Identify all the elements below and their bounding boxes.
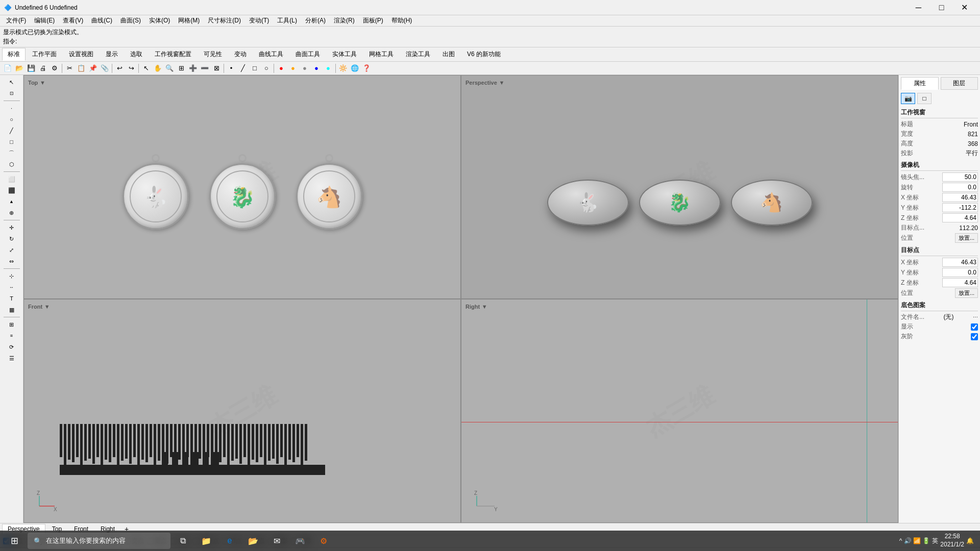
move-tool[interactable]: ✛	[3, 222, 21, 233]
solid-tool[interactable]: ⬛	[3, 185, 21, 195]
menu-help[interactable]: 帮助(H)	[387, 15, 416, 26]
help-icon[interactable]: ❓	[361, 63, 372, 74]
draw-point[interactable]: ·	[3, 103, 21, 113]
rp-bg-gray-checkbox[interactable]	[971, 333, 978, 340]
tab-curvetools[interactable]: 曲线工具	[253, 48, 289, 61]
render2-icon[interactable]: 🌐	[349, 63, 360, 74]
zoomall-icon[interactable]: ⊠	[211, 63, 222, 74]
hatch-tool[interactable]: ▦	[3, 305, 21, 315]
render1-icon[interactable]: 🔆	[337, 63, 349, 74]
select-icon[interactable]: ↖	[140, 63, 152, 74]
maximize-button[interactable]: □	[930, 0, 953, 15]
folder-button[interactable]: 📂	[242, 532, 264, 550]
tab-workplane[interactable]: 工作平面	[27, 48, 62, 61]
rect-icon[interactable]: □	[249, 63, 260, 74]
viewport-right[interactable]: 杰三维 Right ▼ Z Y	[461, 299, 898, 523]
rp-bg-show-checkbox[interactable]	[971, 323, 978, 331]
save-icon[interactable]: 💾	[26, 63, 37, 74]
viewport-top[interactable]: 杰三维 Top ▼ 🐇	[23, 75, 461, 299]
command-input[interactable]	[19, 37, 121, 45]
rp-tgt-z-input[interactable]	[942, 278, 978, 287]
rp-cam-z-input[interactable]	[942, 213, 978, 222]
viewport-front[interactable]: 杰三维 Front ▼	[23, 299, 461, 523]
boolean-tool[interactable]: ⊕	[3, 208, 21, 218]
close-button[interactable]: ✕	[953, 0, 976, 15]
taskview-button[interactable]: ⧉	[172, 532, 194, 550]
start-button[interactable]: ⊞	[2, 532, 27, 550]
menu-file[interactable]: 文件(F)	[2, 15, 30, 26]
circle-icon[interactable]: ○	[261, 63, 272, 74]
menu-panel[interactable]: 面板(P)	[359, 15, 387, 26]
vp-label-right[interactable]: Right ▼	[465, 303, 487, 310]
draw-poly[interactable]: ⬡	[3, 159, 21, 169]
vp-label-perspective[interactable]: Perspective ▼	[465, 79, 504, 86]
zoombox-icon[interactable]: ⊞	[176, 63, 187, 74]
app2-button[interactable]: ⚙	[312, 532, 335, 550]
menu-solid[interactable]: 实体(O)	[145, 15, 174, 26]
paste-icon[interactable]: 📌	[87, 63, 99, 74]
tab-rendertools[interactable]: 渲染工具	[400, 48, 436, 61]
misc-tool[interactable]: ☰	[3, 353, 21, 363]
zoomout-icon[interactable]: ➖	[199, 63, 210, 74]
cut-icon[interactable]: ✂	[64, 63, 75, 74]
material-orange[interactable]: ●	[287, 63, 299, 74]
taskbar-search-box[interactable]: 🔍 在这里输入你要搜索的内容	[28, 533, 170, 549]
tab-meshtools[interactable]: 网格工具	[363, 48, 399, 61]
new-icon[interactable]: 📄	[2, 63, 13, 74]
snap-tool[interactable]: ⊹	[3, 271, 21, 281]
pan-icon[interactable]: ✋	[152, 63, 163, 74]
edge-button[interactable]: e	[218, 532, 241, 550]
menu-tools[interactable]: 工具(L)	[273, 15, 301, 26]
rp-bg-more-icon[interactable]: ⋯	[973, 314, 978, 320]
menu-render[interactable]: 渲染(R)	[330, 15, 359, 26]
notification-icon[interactable]: 🔔	[966, 537, 974, 544]
rp-focal-input[interactable]	[942, 172, 978, 182]
language-indicator[interactable]: 英	[932, 537, 938, 545]
material-cyan[interactable]: ●	[323, 63, 334, 74]
tab-vpconfig[interactable]: 工作视窗配置	[149, 48, 197, 61]
options-icon[interactable]: ⚙	[49, 63, 60, 74]
menu-mesh[interactable]: 网格(M)	[174, 15, 204, 26]
rp-tgt-pos-btn[interactable]: 放置...	[955, 288, 978, 298]
line-icon[interactable]: ╱	[237, 63, 249, 74]
select2-tool[interactable]: ⊡	[3, 88, 21, 98]
zoomin-icon[interactable]: ➕	[187, 63, 199, 74]
rp-square-icon-btn[interactable]: □	[917, 93, 932, 104]
rp-cam-pos-btn[interactable]: 放置...	[955, 233, 978, 243]
material-red[interactable]: ●	[276, 63, 287, 74]
menu-curve[interactable]: 曲线(C)	[87, 15, 116, 26]
copy-icon[interactable]: 📋	[76, 63, 87, 74]
mail-button[interactable]: ✉	[265, 532, 288, 550]
menu-view[interactable]: 查看(V)	[59, 15, 87, 26]
menu-edit[interactable]: 编辑(E)	[30, 15, 59, 26]
print-icon[interactable]: 🖨	[37, 63, 48, 74]
extrude-tool[interactable]: ▲	[3, 196, 21, 207]
tab-solidtools[interactable]: 实体工具	[327, 48, 362, 61]
rp-tab-properties[interactable]: 属性	[901, 77, 939, 90]
dim-tool[interactable]: ↔	[3, 282, 21, 292]
tab-print[interactable]: 出图	[437, 48, 460, 61]
rotate-tool[interactable]: ↻	[3, 234, 21, 244]
history-tool[interactable]: ⟳	[3, 342, 21, 352]
menu-transform[interactable]: 变动(T)	[245, 15, 273, 26]
rp-tgt-y-input[interactable]	[942, 268, 978, 277]
rp-tgt-x-input[interactable]	[942, 258, 978, 267]
taskbar-clock[interactable]: 22:58 2021/1/2	[940, 533, 964, 548]
text-tool[interactable]: T	[3, 293, 21, 304]
undo-icon[interactable]: ↩	[114, 63, 125, 74]
app1-button[interactable]: 🎮	[289, 532, 311, 550]
rp-rotate-input[interactable]	[942, 183, 978, 192]
menu-dim[interactable]: 尺寸标注(D)	[204, 15, 245, 26]
tab-surfacetools[interactable]: 曲面工具	[290, 48, 326, 61]
menu-surface[interactable]: 曲面(S)	[116, 15, 145, 26]
vp-label-front[interactable]: Front ▼	[28, 303, 50, 310]
tab-display[interactable]: 显示	[100, 48, 124, 61]
draw-line[interactable]: ╱	[3, 126, 21, 136]
redo-icon[interactable]: ↪	[126, 63, 137, 74]
layer-tool[interactable]: ≡	[3, 331, 21, 341]
rp-camera-icon-btn[interactable]: 📷	[901, 93, 915, 104]
tab-standard[interactable]: 标准	[2, 48, 26, 61]
material-gray[interactable]: ●	[299, 63, 310, 74]
draw-arc[interactable]: ⌒	[3, 148, 21, 158]
zoom-icon[interactable]: 🔍	[164, 63, 175, 74]
